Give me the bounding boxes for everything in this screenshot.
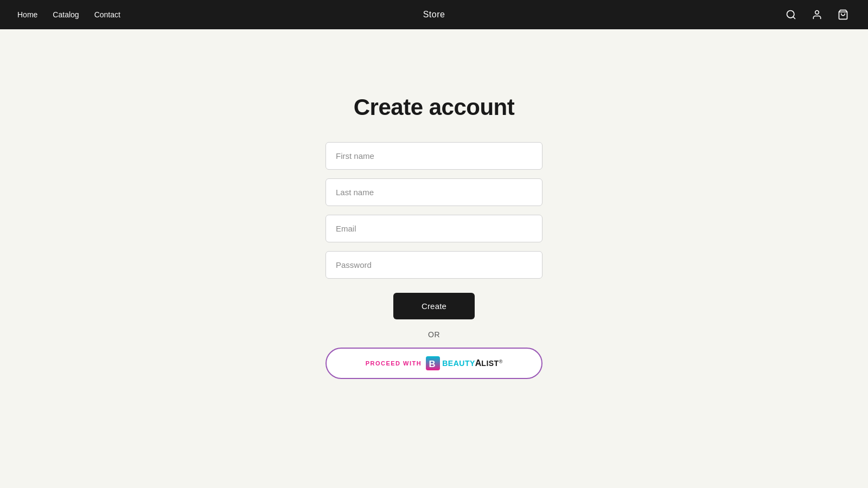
or-divider: OR — [326, 330, 542, 339]
nav-catalog[interactable]: Catalog — [53, 10, 79, 19]
last-name-input[interactable] — [326, 178, 542, 206]
svg-point-2 — [815, 11, 819, 15]
user-icon — [812, 9, 822, 20]
svg-text:B: B — [429, 359, 436, 369]
store-brand: Store — [423, 10, 445, 19]
first-name-input[interactable] — [326, 142, 542, 170]
navbar-center: Store — [423, 10, 445, 20]
beautyalist-logo: B BEAUTYALIST® — [426, 356, 502, 370]
beautyalist-proceed-button[interactable]: PROCEED WITH B BEAUTYALIST® — [326, 348, 542, 379]
account-button[interactable] — [809, 7, 825, 22]
navbar-left: Home Catalog Contact — [17, 10, 120, 19]
main-content: Create account Create OR PROCEED WITH — [0, 29, 868, 379]
email-input[interactable] — [326, 215, 542, 242]
svg-line-1 — [793, 17, 795, 19]
search-button[interactable] — [783, 7, 799, 22]
beautyalist-b-icon: B — [426, 356, 440, 370]
create-account-form: Create OR PROCEED WITH B BEAUTY — [326, 142, 542, 379]
password-input[interactable] — [326, 251, 542, 279]
nav-home[interactable]: Home — [17, 10, 37, 19]
nav-contact[interactable]: Contact — [94, 10, 120, 19]
page-title: Create account — [354, 94, 514, 120]
navbar: Home Catalog Contact Store — [0, 0, 868, 29]
cart-icon — [838, 9, 848, 20]
create-button[interactable]: Create — [393, 293, 475, 319]
cart-button[interactable] — [835, 7, 851, 22]
beautyalist-name: BEAUTYALIST® — [442, 358, 502, 368]
proceed-with-text: PROCEED WITH — [366, 360, 422, 367]
search-icon — [786, 9, 796, 20]
navbar-right — [783, 7, 851, 22]
